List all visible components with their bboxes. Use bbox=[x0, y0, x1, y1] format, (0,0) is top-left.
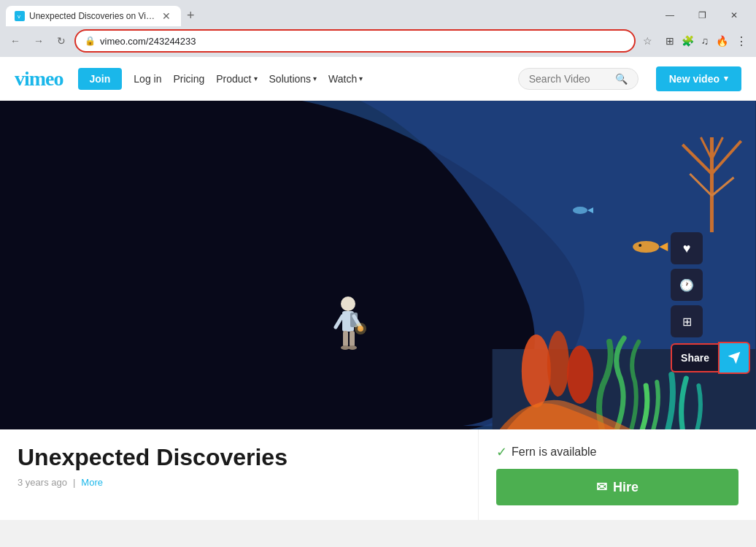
nav-pricing[interactable]: Pricing bbox=[173, 73, 204, 85]
svg-rect-23 bbox=[343, 331, 348, 347]
nav-solutions[interactable]: Solutions bbox=[269, 73, 317, 85]
more-link[interactable]: More bbox=[81, 477, 103, 488]
hire-label: Hire bbox=[613, 480, 639, 495]
collections-button[interactable]: ⊞ bbox=[671, 305, 703, 337]
creator-panel: ✓ Fern is available ✉ Hire bbox=[479, 429, 756, 520]
envelope-icon: ✉ bbox=[596, 479, 607, 495]
nav-search-box[interactable]: 🔍 bbox=[518, 68, 639, 90]
video-title: Unexpected Discoveries bbox=[18, 444, 460, 471]
forward-button[interactable]: → bbox=[29, 32, 48, 50]
reload-button[interactable]: ↻ bbox=[53, 32, 70, 50]
share-button[interactable] bbox=[718, 342, 750, 374]
share-area: Share bbox=[671, 342, 750, 374]
new-tab-button[interactable]: + bbox=[181, 5, 201, 26]
tab-area: v Unexpected Discoveries on Vime ✕ + bbox=[6, 5, 651, 26]
vimeo-nav: vimeo Join Log in Pricing Product Soluti… bbox=[0, 57, 756, 101]
heart-icon: ♥ bbox=[683, 241, 691, 256]
url-input[interactable] bbox=[100, 36, 625, 47]
tab-title: Unexpected Discoveries on Vime bbox=[29, 11, 156, 21]
svg-point-26 bbox=[348, 345, 357, 350]
browser-chrome: v Unexpected Discoveries on Vime ✕ + — ❐… bbox=[0, 0, 756, 57]
video-character bbox=[323, 291, 374, 378]
svg-point-4 bbox=[547, 331, 569, 397]
nav-watch[interactable]: Watch bbox=[328, 73, 363, 85]
tab-close-btn[interactable]: ✕ bbox=[161, 10, 172, 22]
address-bar-row: ← → ↻ 🔒 ☆ ⊞ 🧩 ♫ 🔥 ⋮ bbox=[0, 26, 756, 57]
hire-button[interactable]: ✉ Hire bbox=[496, 469, 738, 505]
address-bar[interactable]: 🔒 bbox=[74, 29, 636, 53]
svg-point-15 bbox=[573, 207, 587, 214]
below-video-section: Unexpected Discoveries 3 years ago | Mor… bbox=[0, 429, 756, 520]
svg-point-3 bbox=[522, 334, 551, 408]
nav-product[interactable]: Product bbox=[216, 73, 257, 85]
bookmark-button[interactable]: ☆ bbox=[640, 34, 655, 48]
nav-login[interactable]: Log in bbox=[134, 73, 161, 85]
svg-rect-24 bbox=[350, 331, 355, 347]
video-info-panel: Unexpected Discoveries 3 years ago | Mor… bbox=[0, 429, 479, 520]
vimeo-logo: vimeo bbox=[15, 67, 63, 91]
window-controls: — ❐ ✕ bbox=[654, 4, 750, 26]
new-video-button[interactable]: New video bbox=[656, 66, 741, 91]
creator-available: ✓ Fern is available bbox=[496, 444, 738, 460]
active-tab[interactable]: v Unexpected Discoveries on Vime ✕ bbox=[6, 6, 181, 26]
svg-point-16 bbox=[341, 297, 355, 311]
meta-separator: | bbox=[73, 477, 75, 488]
svg-point-5 bbox=[567, 345, 593, 404]
vimeo-app: vimeo Join Log in Pricing Product Soluti… bbox=[0, 57, 756, 520]
like-button[interactable]: ♥ bbox=[671, 232, 703, 264]
lock-icon: 🔒 bbox=[85, 36, 96, 46]
address-actions: ☆ bbox=[640, 34, 655, 48]
search-icon: 🔍 bbox=[615, 73, 628, 85]
svg-point-13 bbox=[633, 241, 660, 253]
svg-line-19 bbox=[336, 316, 342, 327]
browser-extensions: ⊞ 🧩 ♫ 🔥 ⋮ bbox=[663, 33, 751, 50]
join-button[interactable]: Join bbox=[78, 68, 123, 90]
ext-more-button[interactable]: ⋮ bbox=[733, 33, 750, 50]
ext-puzzle-button[interactable]: 🧩 bbox=[679, 34, 697, 48]
svg-point-22 bbox=[355, 323, 366, 334]
video-age: 3 years ago bbox=[18, 477, 67, 488]
video-container: ♥ 🕐 ⊞ Share bbox=[0, 101, 756, 429]
clock-icon: 🕐 bbox=[679, 278, 694, 292]
check-icon: ✓ bbox=[496, 444, 507, 460]
tab-favicon: v bbox=[15, 11, 25, 21]
ext-grid-button[interactable]: ⊞ bbox=[663, 34, 677, 48]
title-bar: v Unexpected Discoveries on Vime ✕ + — ❐… bbox=[0, 0, 756, 26]
ext-music-button[interactable]: ♫ bbox=[698, 34, 712, 48]
back-button[interactable]: ← bbox=[6, 32, 25, 50]
minimize-button[interactable]: — bbox=[654, 4, 686, 26]
ext-fire-button[interactable]: 🔥 bbox=[713, 34, 731, 48]
layers-icon: ⊞ bbox=[682, 315, 692, 329]
available-text: Fern is available bbox=[512, 445, 597, 459]
watch-later-button[interactable]: 🕐 bbox=[671, 269, 703, 301]
svg-text:v: v bbox=[18, 13, 20, 20]
side-actions: ♥ 🕐 ⊞ Share bbox=[671, 232, 750, 374]
video-meta: 3 years ago | More bbox=[18, 477, 460, 488]
svg-point-14 bbox=[639, 244, 642, 247]
share-label: Share bbox=[671, 343, 718, 372]
search-input[interactable] bbox=[529, 73, 609, 85]
close-button[interactable]: ✕ bbox=[718, 4, 750, 26]
maximize-button[interactable]: ❐ bbox=[686, 4, 718, 26]
